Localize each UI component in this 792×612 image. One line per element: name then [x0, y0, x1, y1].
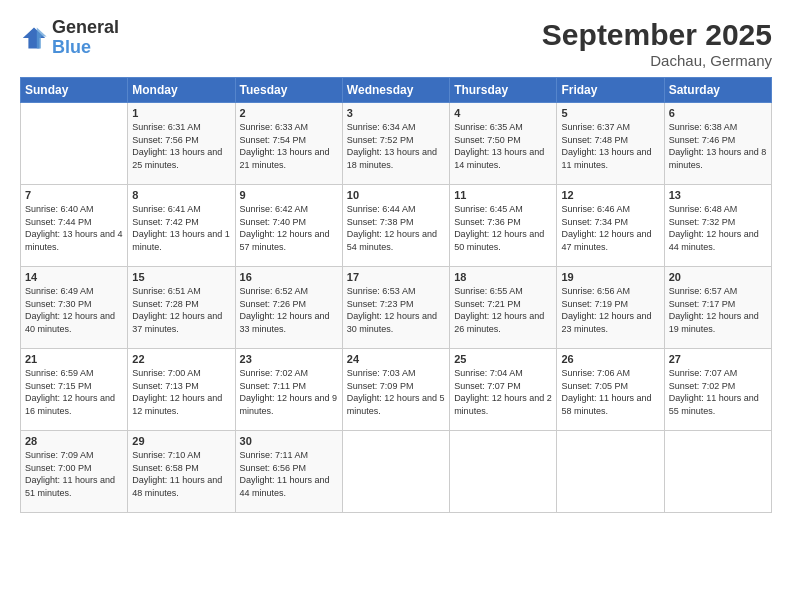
calendar-cell: 27Sunrise: 7:07 AMSunset: 7:02 PMDayligh… [664, 349, 771, 431]
day-number: 22 [132, 353, 230, 365]
day-number: 11 [454, 189, 552, 201]
calendar-cell: 28Sunrise: 7:09 AMSunset: 7:00 PMDayligh… [21, 431, 128, 513]
day-info: Sunrise: 6:45 AMSunset: 7:36 PMDaylight:… [454, 203, 552, 253]
day-info: Sunrise: 6:53 AMSunset: 7:23 PMDaylight:… [347, 285, 445, 335]
day-number: 25 [454, 353, 552, 365]
calendar-week-row: 28Sunrise: 7:09 AMSunset: 7:00 PMDayligh… [21, 431, 772, 513]
day-number: 5 [561, 107, 659, 119]
calendar-cell: 20Sunrise: 6:57 AMSunset: 7:17 PMDayligh… [664, 267, 771, 349]
day-info: Sunrise: 6:40 AMSunset: 7:44 PMDaylight:… [25, 203, 123, 253]
calendar-week-row: 14Sunrise: 6:49 AMSunset: 7:30 PMDayligh… [21, 267, 772, 349]
day-info: Sunrise: 6:49 AMSunset: 7:30 PMDaylight:… [25, 285, 123, 335]
calendar-cell: 22Sunrise: 7:00 AMSunset: 7:13 PMDayligh… [128, 349, 235, 431]
calendar-cell: 14Sunrise: 6:49 AMSunset: 7:30 PMDayligh… [21, 267, 128, 349]
day-info: Sunrise: 6:57 AMSunset: 7:17 PMDaylight:… [669, 285, 767, 335]
calendar-cell: 17Sunrise: 6:53 AMSunset: 7:23 PMDayligh… [342, 267, 449, 349]
calendar-cell [450, 431, 557, 513]
day-number: 8 [132, 189, 230, 201]
day-number: 19 [561, 271, 659, 283]
logo-line1: General [52, 18, 119, 38]
day-number: 28 [25, 435, 123, 447]
calendar-week-row: 21Sunrise: 6:59 AMSunset: 7:15 PMDayligh… [21, 349, 772, 431]
calendar-cell: 18Sunrise: 6:55 AMSunset: 7:21 PMDayligh… [450, 267, 557, 349]
day-info: Sunrise: 6:48 AMSunset: 7:32 PMDaylight:… [669, 203, 767, 253]
day-of-week-header: Friday [557, 78, 664, 103]
day-info: Sunrise: 7:11 AMSunset: 6:56 PMDaylight:… [240, 449, 338, 499]
day-number: 27 [669, 353, 767, 365]
day-info: Sunrise: 6:34 AMSunset: 7:52 PMDaylight:… [347, 121, 445, 171]
calendar-cell [664, 431, 771, 513]
calendar-cell: 9Sunrise: 6:42 AMSunset: 7:40 PMDaylight… [235, 185, 342, 267]
day-info: Sunrise: 7:07 AMSunset: 7:02 PMDaylight:… [669, 367, 767, 417]
calendar-cell: 5Sunrise: 6:37 AMSunset: 7:48 PMDaylight… [557, 103, 664, 185]
day-info: Sunrise: 7:06 AMSunset: 7:05 PMDaylight:… [561, 367, 659, 417]
day-info: Sunrise: 6:38 AMSunset: 7:46 PMDaylight:… [669, 121, 767, 171]
calendar-cell: 7Sunrise: 6:40 AMSunset: 7:44 PMDaylight… [21, 185, 128, 267]
day-of-week-header: Wednesday [342, 78, 449, 103]
day-number: 9 [240, 189, 338, 201]
day-number: 2 [240, 107, 338, 119]
logo-text: General Blue [52, 18, 119, 58]
day-number: 26 [561, 353, 659, 365]
day-info: Sunrise: 7:03 AMSunset: 7:09 PMDaylight:… [347, 367, 445, 417]
day-number: 13 [669, 189, 767, 201]
day-info: Sunrise: 6:35 AMSunset: 7:50 PMDaylight:… [454, 121, 552, 171]
day-number: 17 [347, 271, 445, 283]
day-of-week-header: Tuesday [235, 78, 342, 103]
day-info: Sunrise: 6:51 AMSunset: 7:28 PMDaylight:… [132, 285, 230, 335]
day-number: 3 [347, 107, 445, 119]
logo: General Blue [20, 18, 119, 58]
calendar-cell [557, 431, 664, 513]
header-row: SundayMondayTuesdayWednesdayThursdayFrid… [21, 78, 772, 103]
day-number: 10 [347, 189, 445, 201]
day-number: 24 [347, 353, 445, 365]
day-number: 6 [669, 107, 767, 119]
day-number: 4 [454, 107, 552, 119]
page: General Blue September 2025 Dachau, Germ… [0, 0, 792, 612]
calendar-cell: 24Sunrise: 7:03 AMSunset: 7:09 PMDayligh… [342, 349, 449, 431]
calendar-cell: 2Sunrise: 6:33 AMSunset: 7:54 PMDaylight… [235, 103, 342, 185]
day-info: Sunrise: 6:37 AMSunset: 7:48 PMDaylight:… [561, 121, 659, 171]
logo-line2: Blue [52, 38, 119, 58]
day-of-week-header: Thursday [450, 78, 557, 103]
calendar-table: SundayMondayTuesdayWednesdayThursdayFrid… [20, 77, 772, 513]
day-info: Sunrise: 6:41 AMSunset: 7:42 PMDaylight:… [132, 203, 230, 253]
day-number: 30 [240, 435, 338, 447]
calendar-week-row: 7Sunrise: 6:40 AMSunset: 7:44 PMDaylight… [21, 185, 772, 267]
calendar-header: SundayMondayTuesdayWednesdayThursdayFrid… [21, 78, 772, 103]
day-info: Sunrise: 7:09 AMSunset: 7:00 PMDaylight:… [25, 449, 123, 499]
calendar-week-row: 1Sunrise: 6:31 AMSunset: 7:56 PMDaylight… [21, 103, 772, 185]
calendar-cell: 25Sunrise: 7:04 AMSunset: 7:07 PMDayligh… [450, 349, 557, 431]
calendar-cell: 11Sunrise: 6:45 AMSunset: 7:36 PMDayligh… [450, 185, 557, 267]
calendar-cell: 6Sunrise: 6:38 AMSunset: 7:46 PMDaylight… [664, 103, 771, 185]
calendar-cell: 1Sunrise: 6:31 AMSunset: 7:56 PMDaylight… [128, 103, 235, 185]
day-info: Sunrise: 6:33 AMSunset: 7:54 PMDaylight:… [240, 121, 338, 171]
day-number: 15 [132, 271, 230, 283]
calendar-cell: 8Sunrise: 6:41 AMSunset: 7:42 PMDaylight… [128, 185, 235, 267]
calendar-cell: 26Sunrise: 7:06 AMSunset: 7:05 PMDayligh… [557, 349, 664, 431]
day-number: 18 [454, 271, 552, 283]
day-number: 14 [25, 271, 123, 283]
day-info: Sunrise: 6:56 AMSunset: 7:19 PMDaylight:… [561, 285, 659, 335]
logo-icon [20, 24, 48, 52]
calendar-cell: 4Sunrise: 6:35 AMSunset: 7:50 PMDaylight… [450, 103, 557, 185]
calendar-cell: 10Sunrise: 6:44 AMSunset: 7:38 PMDayligh… [342, 185, 449, 267]
day-info: Sunrise: 6:42 AMSunset: 7:40 PMDaylight:… [240, 203, 338, 253]
calendar-cell: 12Sunrise: 6:46 AMSunset: 7:34 PMDayligh… [557, 185, 664, 267]
day-info: Sunrise: 6:52 AMSunset: 7:26 PMDaylight:… [240, 285, 338, 335]
calendar-title: September 2025 [542, 18, 772, 52]
calendar-cell [342, 431, 449, 513]
title-block: September 2025 Dachau, Germany [542, 18, 772, 69]
day-number: 16 [240, 271, 338, 283]
calendar-cell: 19Sunrise: 6:56 AMSunset: 7:19 PMDayligh… [557, 267, 664, 349]
day-of-week-header: Saturday [664, 78, 771, 103]
calendar-subtitle: Dachau, Germany [542, 52, 772, 69]
day-number: 20 [669, 271, 767, 283]
day-of-week-header: Sunday [21, 78, 128, 103]
day-number: 29 [132, 435, 230, 447]
day-info: Sunrise: 6:46 AMSunset: 7:34 PMDaylight:… [561, 203, 659, 253]
day-number: 21 [25, 353, 123, 365]
day-number: 12 [561, 189, 659, 201]
day-number: 1 [132, 107, 230, 119]
calendar-cell: 3Sunrise: 6:34 AMSunset: 7:52 PMDaylight… [342, 103, 449, 185]
